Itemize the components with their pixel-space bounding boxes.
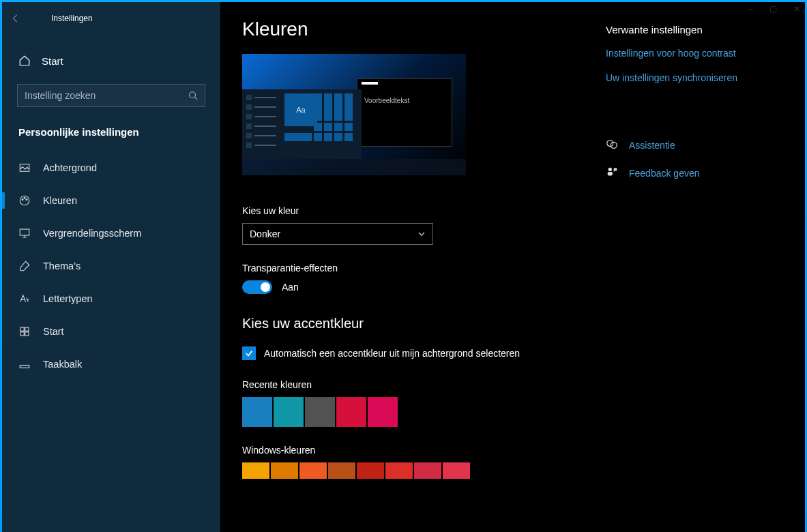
search-box[interactable] — [17, 84, 205, 107]
fonts-icon — [18, 293, 31, 305]
color-swatch[interactable] — [242, 397, 272, 427]
taskbar-icon — [18, 358, 31, 370]
window-controls: ─ ▢ ✕ — [747, 4, 800, 14]
color-swatch[interactable] — [368, 397, 398, 427]
recent-colors-row — [242, 397, 587, 427]
page-title: Kleuren — [242, 18, 587, 40]
window-title: Instellingen — [51, 14, 93, 23]
svg-rect-7 — [20, 327, 24, 331]
settings-window: Instellingen Start Persoonlijke instelli… — [2, 2, 805, 532]
preview-sample-text: Voorbeeldtekst — [364, 97, 452, 104]
category-heading: Persoonlijke instellingen — [18, 126, 204, 138]
transparency-toggle[interactable] — [242, 280, 272, 294]
color-swatch[interactable] — [271, 462, 298, 479]
windows-colors-row — [242, 462, 587, 479]
windows-colors-label: Windows-kleuren — [242, 445, 587, 456]
svg-rect-8 — [25, 327, 29, 331]
grid-icon — [18, 325, 31, 338]
checkmark-icon — [244, 349, 254, 358]
sidebar: Instellingen Start Persoonlijke instelli… — [2, 2, 220, 532]
sidebar-item-themes[interactable]: Thema's — [2, 250, 220, 282]
color-swatch[interactable] — [242, 462, 269, 479]
titlebar: Instellingen — [2, 8, 220, 29]
svg-point-14 — [608, 168, 612, 171]
color-swatch[interactable] — [414, 462, 441, 479]
help-icon — [606, 138, 618, 152]
svg-point-5 — [26, 199, 27, 201]
svg-point-4 — [24, 197, 25, 198]
sidebar-item-lockscreen[interactable]: Vergrendelingsscherm — [2, 217, 220, 250]
svg-rect-9 — [20, 332, 24, 336]
monitor-icon — [18, 227, 31, 239]
auto-accent-label: Automatisch een accentkleur uit mijn ach… — [264, 348, 520, 359]
color-swatch[interactable] — [305, 397, 335, 427]
palette-icon — [18, 194, 31, 207]
sidebar-item-start[interactable]: Start — [2, 315, 220, 348]
color-swatch[interactable] — [274, 397, 304, 427]
color-mode-dropdown[interactable]: Donker — [242, 223, 433, 245]
search-input[interactable] — [25, 90, 188, 101]
sidebar-item-label: Taakbalk — [43, 359, 82, 370]
svg-point-12 — [607, 141, 613, 147]
nav-list: Achtergrond Kleuren Vergrendelingsscherm… — [2, 151, 220, 381]
svg-point-3 — [22, 199, 23, 201]
svg-rect-11 — [20, 366, 29, 368]
sidebar-item-label: Vergrendelingsscherm — [43, 228, 141, 239]
sidebar-item-label: Start — [43, 326, 64, 337]
recent-colors-label: Recente kleuren — [242, 379, 587, 390]
preview-aa-tile: Aa — [284, 93, 317, 126]
sidebar-item-label: Thema's — [43, 261, 80, 271]
chevron-down-icon — [417, 230, 426, 238]
color-swatch[interactable] — [328, 462, 355, 479]
feedback-label: Feedback geven — [629, 168, 700, 179]
home-icon — [18, 55, 31, 67]
search-icon — [188, 91, 198, 100]
main-column: Kleuren Voorbeeldtekst — [242, 18, 587, 532]
theme-preview: Voorbeeldtekst Aa — [242, 54, 466, 175]
help-label: Assistentie — [629, 140, 675, 151]
transparency-label: Transparantie-effecten — [242, 263, 587, 274]
sidebar-item-taskbar[interactable]: Taakbalk — [2, 348, 220, 381]
color-mode-value: Donker — [250, 228, 280, 239]
link-sync-settings[interactable]: Uw instellingen synchroniseren — [606, 72, 783, 83]
link-feedback[interactable]: Feedback geven — [606, 166, 783, 180]
feedback-icon — [606, 166, 618, 180]
color-swatch[interactable] — [385, 462, 413, 479]
minimize-button[interactable]: ─ — [747, 4, 753, 14]
maximize-button[interactable]: ▢ — [769, 4, 777, 14]
related-heading: Verwante instellingen — [606, 24, 783, 35]
svg-point-13 — [611, 142, 617, 148]
sidebar-item-label: Lettertypen — [43, 293, 93, 304]
sidebar-item-colors[interactable]: Kleuren — [2, 184, 220, 217]
preview-start-menu: Aa — [242, 89, 362, 159]
sidebar-item-background[interactable]: Achtergrond — [2, 151, 220, 184]
transparency-state: Aan — [282, 282, 299, 293]
link-help[interactable]: Assistentie — [606, 138, 783, 152]
home-button[interactable]: Start — [2, 46, 220, 76]
back-button[interactable] — [2, 14, 29, 23]
svg-rect-10 — [25, 332, 29, 336]
content-area: Kleuren Voorbeeldtekst — [220, 2, 805, 532]
related-column: Verwante instellingen Instellingen voor … — [606, 18, 783, 532]
color-swatch[interactable] — [443, 462, 470, 479]
close-button[interactable]: ✕ — [793, 4, 800, 14]
accent-heading: Kies uw accentkleur — [242, 316, 587, 331]
svg-point-0 — [190, 92, 196, 98]
preview-window: Voorbeeldtekst — [357, 78, 452, 147]
color-swatch[interactable] — [299, 462, 327, 479]
link-high-contrast[interactable]: Instellingen voor hoog contrast — [606, 48, 783, 59]
brush-icon — [18, 260, 31, 272]
svg-rect-15 — [608, 172, 613, 175]
sidebar-item-label: Kleuren — [43, 195, 77, 206]
svg-rect-6 — [20, 229, 29, 235]
sidebar-item-fonts[interactable]: Lettertypen — [2, 282, 220, 315]
picture-icon — [18, 162, 31, 174]
auto-accent-checkbox[interactable] — [242, 346, 256, 360]
color-swatch[interactable] — [357, 462, 384, 479]
choose-color-label: Kies uw kleur — [242, 205, 587, 216]
color-swatch[interactable] — [336, 397, 366, 427]
sidebar-item-label: Achtergrond — [43, 162, 97, 173]
home-label: Start — [42, 55, 63, 67]
